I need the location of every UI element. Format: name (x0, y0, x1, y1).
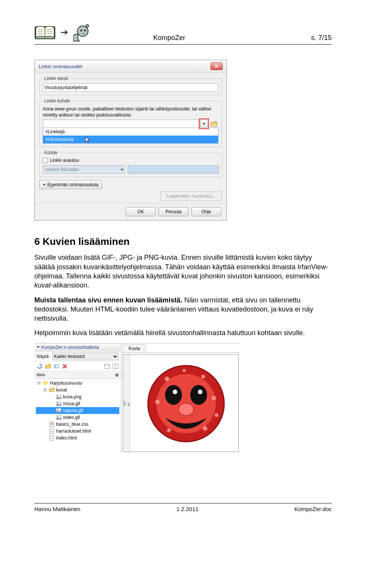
svg-point-42 (215, 413, 218, 417)
editor-canvas[interactable]: 207 px (123, 354, 239, 452)
image-icon (56, 394, 61, 399)
face-image (146, 364, 226, 444)
header-logo-group: ? (34, 23, 91, 42)
url-input[interactable] (43, 120, 199, 128)
kohde-group: Kohde Linkki avautuu uuteen ikkunaan (39, 150, 223, 177)
svg-point-45 (173, 390, 177, 394)
tree-folder[interactable]: ⊟kuvat (36, 387, 119, 393)
folder-open-icon (210, 120, 218, 127)
cancel-button[interactable]: Peruuta (159, 207, 188, 216)
svg-point-36 (201, 375, 205, 379)
link-opens-label: Linkki avautuu (50, 158, 79, 163)
window-blank-disabled (128, 165, 219, 174)
column-menu-icon[interactable]: ⊞ (115, 372, 119, 377)
image-icon (56, 408, 61, 413)
svg-rect-28 (50, 423, 53, 423)
tree-file-selected[interactable]: naama.gif (36, 407, 119, 414)
person-icon: ? (73, 23, 91, 42)
svg-point-9 (80, 30, 82, 32)
svg-point-43 (165, 385, 182, 405)
footer-author: Hannu Matikainen (34, 506, 80, 512)
dialog-title: Linkin ominaisuudet (39, 64, 82, 69)
svg-point-39 (167, 428, 171, 432)
html-icon (49, 428, 55, 434)
paragraph-3: Helpoimmin kuva lisätään vetämällä hiire… (34, 328, 332, 337)
tree-file[interactable]: video.gif (36, 414, 119, 421)
tree-file[interactable]: musa.gif (36, 400, 119, 407)
svg-point-24 (57, 409, 58, 410)
tree-file[interactable]: index.html (36, 435, 119, 441)
svg-point-35 (165, 377, 169, 381)
tree-file[interactable]: harrastukset.html (36, 428, 119, 435)
tree-file[interactable]: basics_blue.css (36, 421, 119, 428)
css-icon (49, 422, 55, 427)
dialog-footer: OK Peruuta Ohje (35, 203, 226, 220)
folder-open-icon (49, 387, 55, 393)
show-label: Näytä: (37, 354, 50, 359)
dropdown-item[interactable]: #Linkkejä (43, 128, 218, 136)
footer-file: KompoZer.doc (294, 506, 332, 512)
help-button[interactable]: Ohje (191, 207, 221, 216)
chevron-down-icon (120, 169, 124, 171)
tree-root[interactable]: ⊟📁Harjoitussivusto (36, 380, 119, 387)
chevron-down-icon (202, 123, 205, 125)
browse-button[interactable] (209, 120, 218, 128)
column-header: Nimi ⊞ (34, 371, 121, 379)
refresh-icon[interactable] (36, 363, 43, 370)
close-button[interactable] (210, 62, 223, 70)
svg-rect-15 (104, 364, 110, 369)
link-target-legend: Linkin kohde (43, 98, 71, 104)
window-select-disabled: uuteen ikkunaan (43, 165, 125, 174)
vertical-ruler: 207 px (123, 355, 130, 452)
panel-title: KompoZer:n sivustonhallinta (41, 345, 99, 350)
page-footer: Hannu Matikainen 1.2.2011 KompoZer.doc (34, 503, 332, 512)
view-icon[interactable] (104, 363, 111, 370)
link-opens-checkbox[interactable] (43, 158, 48, 163)
ok-button[interactable]: OK (126, 207, 156, 216)
document-area: Kuvia 207 px (121, 344, 240, 454)
html-icon (49, 435, 55, 441)
site-icon: 📁 (43, 380, 48, 386)
link-target-group: Linkin kohde Anna www-sivun osoite, paik… (39, 98, 222, 147)
svg-text:?: ? (87, 25, 88, 27)
document-tab[interactable]: Kuvia (123, 344, 146, 352)
svg-point-44 (190, 385, 207, 405)
target-instructions: Anna www-sivun osoite, paikallisen tiedo… (43, 106, 218, 118)
folder-icon[interactable] (45, 363, 51, 370)
link-text-group: Linkin teksti (39, 76, 222, 95)
svg-point-20 (57, 395, 58, 396)
toolbar (34, 362, 121, 371)
footer-date: 1.2.2011 (176, 506, 198, 512)
cursor-icon (85, 136, 91, 144)
tree-file[interactable]: kuva.png (36, 393, 119, 400)
image-icon (56, 401, 61, 406)
svg-point-26 (57, 416, 58, 417)
svg-point-8 (77, 26, 88, 37)
show-select[interactable]: Kaikki tiedostot (52, 353, 119, 360)
view2-icon[interactable] (112, 363, 119, 370)
paragraph-1: Sivuille voidaan lisätä GIF-, JPG- ja PN… (34, 253, 332, 290)
more-properties-button[interactable]: Enemmän ominaisuuksia (39, 180, 102, 189)
page-header: ? KompoZer s. 7/15 (34, 23, 332, 45)
kohde-legend: Kohde (43, 150, 59, 155)
svg-point-38 (212, 396, 216, 400)
site-manager-panel: KompoZer:n sivustonhallinta Näytä: Kaikk… (34, 344, 121, 454)
chevron-down-icon (43, 184, 46, 186)
delete-icon[interactable] (61, 363, 68, 370)
header-page-num: s. 7/15 (311, 34, 332, 42)
paragraph-2: Muista tallentaa sivu ennen kuvan lisääm… (34, 296, 332, 323)
arrow-icon (60, 30, 69, 35)
section-heading: 6 Kuvien lisääminen (34, 236, 332, 248)
advanced-edit-button[interactable]: Laajennettu muokkaus... (161, 192, 222, 201)
image-icon (56, 415, 61, 420)
dropdown-button[interactable] (200, 120, 208, 128)
link-properties-dialog: Linkin ominaisuudet Linkin teksti Linkin… (34, 60, 227, 220)
svg-point-10 (84, 30, 86, 32)
svg-point-37 (155, 399, 160, 404)
close-icon (215, 64, 218, 68)
rename-icon[interactable] (53, 363, 60, 370)
link-text-input[interactable] (43, 83, 218, 92)
dropdown-item-selected[interactable]: #Virustorjunta (43, 136, 218, 143)
link-text-legend: Linkin teksti (43, 76, 70, 81)
svg-point-41 (183, 369, 186, 372)
